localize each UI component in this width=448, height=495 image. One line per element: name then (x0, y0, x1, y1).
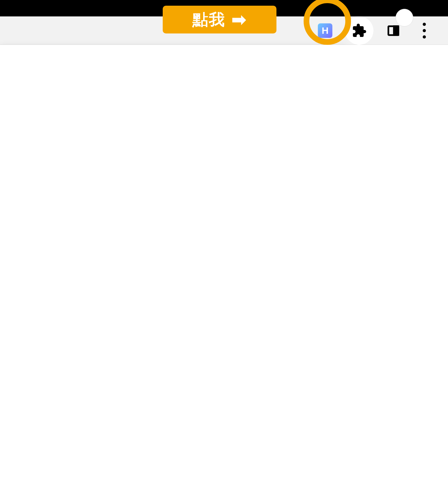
extensions-toolbar-button[interactable] (345, 16, 373, 45)
hover-icon: H (318, 23, 332, 38)
profile-avatar[interactable] (396, 9, 413, 27)
annotation-click-me: 點我 ➡ (163, 6, 276, 33)
vertical-dots-icon (423, 23, 426, 39)
annotation-click-me-label: 點我 (192, 9, 225, 30)
svg-rect-1 (394, 26, 398, 35)
pinned-extension-hover[interactable]: H (314, 20, 336, 42)
puzzle-icon (352, 23, 367, 38)
browser-menu-button[interactable] (413, 20, 435, 42)
arrow-right-icon: ➡ (232, 9, 247, 30)
panel-icon (387, 24, 400, 37)
